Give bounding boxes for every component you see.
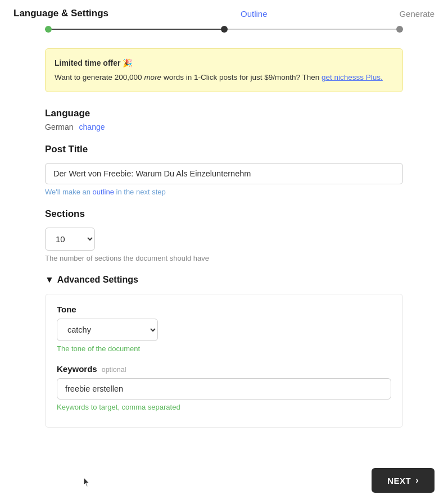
tone-label: Tone [57,305,391,314]
page-title: Language & Settings [13,8,108,19]
keywords-label: Keywords [57,364,97,374]
step-outline: Outline [241,9,268,19]
keywords-input[interactable] [57,378,391,399]
language-change-link[interactable]: change [79,122,105,131]
next-button[interactable]: NEXT › [372,468,435,493]
keywords-section: Keywords optional Keywords to target, co… [57,364,391,411]
advanced-body: Tone catchy formal casual informative pe… [45,294,403,428]
progress-bar [0,24,448,35]
progress-line-filled [45,29,224,30]
language-row: German change [45,122,403,131]
post-title-label: Post Title [45,144,403,155]
advanced-header-label: Advanced Settings [57,275,138,285]
banner-text-em: more [144,73,161,81]
footer: NEXT › [372,468,435,493]
banner-text-before: Want to generate 200,000 [55,73,144,81]
post-title-section: Post Title We'll make an outline in the … [45,144,403,196]
advanced-section: ▼ Advanced Settings Tone catchy formal c… [45,275,403,428]
step-generate: Generate [399,9,435,19]
language-value: German [45,122,74,131]
keywords-label-row: Keywords optional [57,364,391,374]
sections-helper: The number of sections the document shou… [45,254,403,262]
tone-select[interactable]: catchy formal casual informative persuas… [57,319,158,341]
helper-text-after: in the next step [114,188,166,196]
banner-link[interactable]: get nichesss Plus. [322,73,383,81]
sections-section: Sections 5 7 10 12 15 The number of sect… [45,208,403,262]
advanced-header[interactable]: ▼ Advanced Settings [45,275,403,285]
sections-select[interactable]: 5 7 10 12 15 [45,228,95,251]
language-section: Language German change [45,108,403,131]
banner-title-text: Limited time offer 🎉 [55,58,132,67]
step-dot-3 [396,26,403,33]
tone-helper: The tone of the document [57,344,391,353]
banner-text-after: words in 1-Click posts for just $9/month… [161,73,322,81]
header: Language & Settings Outline Generate [0,0,448,19]
sections-label: Sections [45,208,403,220]
next-arrow-icon: › [415,475,419,485]
step-dot-2 [221,26,228,33]
keywords-helper: Keywords to target, comma separated [57,403,391,411]
post-title-helper: We'll make an outline in the next step [45,188,403,196]
step-dot-1 [45,26,52,33]
tone-section: Tone catchy formal casual informative pe… [57,305,391,353]
language-label: Language [45,108,403,119]
keywords-optional: optional [102,366,126,374]
banner-title: Limited time offer 🎉 [55,57,393,69]
post-title-input[interactable] [45,163,403,184]
helper-text-before: We'll make an [45,188,93,196]
next-button-label: NEXT [387,476,411,485]
banner-body: Want to generate 200,000 more words in 1… [55,71,393,84]
promo-banner: Limited time offer 🎉 Want to generate 20… [45,48,403,92]
outline-link[interactable]: outline [93,188,114,196]
advanced-chevron-icon: ▼ [45,275,54,285]
main-content: Limited time offer 🎉 Want to generate 20… [0,35,448,486]
